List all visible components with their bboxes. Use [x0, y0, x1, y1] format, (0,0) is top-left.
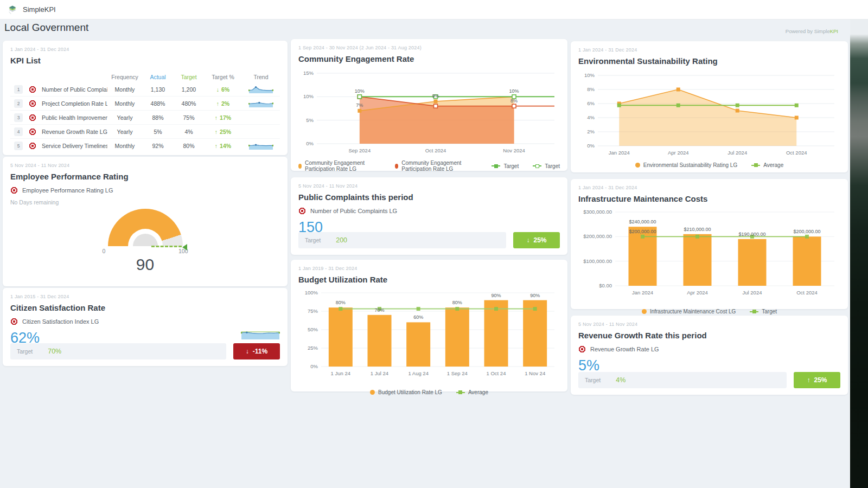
legend-dot-icon — [635, 163, 640, 168]
budget-utilization-card: 1 Jan 2019 - 31 Dec 2024 Budget Utilizat… — [291, 260, 567, 391]
legend-label: Target — [545, 163, 560, 169]
legend-label: Infrastructure Maintenance Cost LG — [650, 309, 736, 314]
svg-text:1 Nov 24: 1 Nov 24 — [525, 370, 545, 376]
citizen-satisfaction-card: 1 Jan 2015 - 31 Dec 2024 Citizen Satisfa… — [3, 288, 288, 366]
infrastructure-costs-card: 1 Jan 2024 - 31 Dec 2024 Infrastructure … — [571, 179, 848, 309]
svg-text:10%: 10% — [355, 88, 365, 94]
gauge-value: 90 — [136, 255, 154, 274]
legend-item[interactable]: Target — [492, 163, 519, 169]
kpi-row[interactable]: 1Number of Public Complaints LGMonthly1,… — [10, 82, 280, 96]
chart-legend: Community Engagement Participation Rate … — [298, 160, 560, 172]
legend-item[interactable]: Community Engagement Participation Rate … — [395, 160, 477, 172]
brand-name[interactable]: SimpleKPI — [23, 5, 56, 14]
legend-item[interactable]: Budget Utilization Rate LG — [370, 389, 442, 395]
target-value: 70% — [48, 348, 61, 355]
legend-label: Target — [762, 309, 777, 314]
environmental-sustainability-chart[interactable]: 0%2%4%6%8%10%Jan 2024Apr 2024Jul 2024Oct… — [578, 69, 840, 161]
date-range: 1 Jan 2024 - 31 Dec 2024 — [578, 185, 840, 190]
kpi-row[interactable]: 3Public Health Improvement Index LGYearl… — [10, 110, 280, 124]
svg-text:8%: 8% — [510, 98, 518, 104]
card-title: Community Engagement Rate — [298, 54, 560, 63]
legend-item[interactable]: Average — [751, 162, 783, 168]
kpi-frequency: Yearly — [107, 129, 142, 135]
up-arrow-icon: ↑ — [215, 143, 218, 149]
target-label: Target — [17, 348, 33, 355]
powered-by-prefix: Powered by Simple — [786, 28, 830, 34]
legend-label: Target — [503, 163, 519, 169]
svg-text:Oct 2024: Oct 2024 — [425, 147, 446, 153]
kpi-target-icon — [29, 142, 36, 150]
svg-text:8%: 8% — [587, 86, 595, 92]
kpi-target: 75% — [174, 114, 204, 121]
gauge-arc — [108, 209, 183, 246]
svg-text:$240,000.00: $240,000.00 — [629, 219, 656, 224]
row-number: 5 — [14, 142, 23, 150]
kpi-name: Number of Public Complaints LG — [310, 208, 397, 214]
dashboard: SimpleKPI Local Government Powered by Si… — [0, 0, 868, 488]
kpi-name: Number of Public Complaints LG — [41, 86, 107, 93]
kpi-actual: 488% — [142, 100, 174, 107]
kpi-frequency: Monthly — [107, 86, 142, 93]
variance-value: 25% — [533, 236, 546, 244]
kpi-target-pct: 2% — [221, 100, 229, 107]
kpi-target: 1,200 — [174, 86, 204, 93]
col-trend: Trend — [242, 74, 280, 80]
svg-text:10%: 10% — [303, 93, 314, 99]
legend-label: Community Engagement Participation Rate … — [305, 160, 381, 172]
kpi-target-pct: 14% — [220, 143, 231, 149]
kpi-frequency: Monthly — [107, 100, 142, 107]
simplekpi-logo-icon[interactable] — [8, 5, 17, 15]
kpi-row[interactable]: 4Revenue Growth Rate LGYearly5%4%↑25% — [10, 124, 280, 138]
card-title: Budget Utilization Rate — [298, 275, 560, 284]
environmental-sustainability-card: 1 Jan 2024 - 31 Dec 2024 Environmental S… — [571, 41, 848, 172]
kpi-target-icon — [29, 128, 36, 136]
svg-text:7%: 7% — [356, 102, 363, 108]
kpi-target-icon — [10, 318, 18, 325]
performance-gauge[interactable]: 0 100 90 — [3, 209, 288, 274]
svg-text:9%: 9% — [432, 93, 439, 99]
legend-item[interactable]: Target — [750, 309, 777, 314]
svg-text:25%: 25% — [308, 345, 318, 351]
gauge-min-label: 0 — [103, 248, 106, 254]
svg-text:50%: 50% — [308, 326, 318, 332]
target-value: 4% — [616, 376, 626, 384]
down-arrow-icon: ↓ — [216, 86, 219, 93]
legend-line-icon — [492, 165, 500, 166]
community-engagement-chart[interactable]: 0%5%10%15%10%7%9%10%8%Sep 2024Oct 2024No… — [298, 67, 560, 159]
legend-item[interactable]: Community Engagement Participation Rate … — [298, 160, 381, 172]
svg-text:0%: 0% — [310, 363, 318, 369]
down-arrow-icon: ↓ — [526, 236, 529, 244]
kpi-table-body: 1Number of Public Complaints LGMonthly1,… — [10, 82, 280, 152]
infrastructure-costs-chart[interactable]: $0.00$100,000.00$200,000.00$300,000.00$2… — [578, 207, 840, 307]
date-range: 5 Nov 2024 - 11 Nov 2024 — [10, 163, 280, 168]
kpi-target-pct: 25% — [220, 129, 231, 135]
legend-item[interactable]: Target — [533, 163, 560, 169]
kpi-frequency: Monthly — [107, 143, 142, 149]
legend-item[interactable]: Average — [456, 389, 488, 395]
kpi-target-icon — [29, 114, 36, 121]
date-range: 1 Sep 2024 - 30 Nov 2024 (2 Jun 2024 - 3… — [298, 45, 560, 50]
svg-text:$100,000.00: $100,000.00 — [583, 258, 612, 264]
variance-value: -11% — [253, 348, 267, 355]
row-number: 2 — [14, 99, 23, 108]
gauge-target-arrow-icon — [182, 244, 187, 251]
card-title: Revenue Growth Rate this period — [578, 331, 840, 340]
legend-label: Average — [763, 162, 783, 168]
legend-item[interactable]: Environmental Sustainability Rating LG — [635, 162, 737, 168]
svg-text:$190,000.00: $190,000.00 — [738, 232, 765, 237]
kpi-target-icon — [29, 86, 36, 93]
kpi-row[interactable]: 2Project Completion Rate LGMonthly488%48… — [10, 96, 280, 110]
kpi-table-header: Frequency Actual Target Target % Trend — [10, 72, 280, 82]
kpi-row[interactable]: 5Service Delivery Timeliness LGMonthly92… — [10, 138, 280, 152]
col-frequency: Frequency — [107, 74, 142, 80]
legend-item[interactable]: Infrastructure Maintenance Cost LG — [642, 309, 736, 314]
svg-text:4%: 4% — [587, 114, 595, 120]
svg-text:70%: 70% — [374, 307, 384, 313]
svg-text:$200,000.00: $200,000.00 — [793, 229, 820, 234]
kpi-name: Citizen Satisfaction Index LG — [22, 318, 99, 325]
kpi-target: 80% — [174, 143, 204, 149]
legend-label: Environmental Sustainability Rating LG — [643, 162, 737, 168]
row-number: 1 — [14, 85, 23, 94]
budget-utilization-chart[interactable]: 0%25%50%75%100%80%70%60%80%90%90%1 Jun 2… — [298, 287, 560, 388]
svg-text:1 Oct 24: 1 Oct 24 — [487, 370, 506, 376]
